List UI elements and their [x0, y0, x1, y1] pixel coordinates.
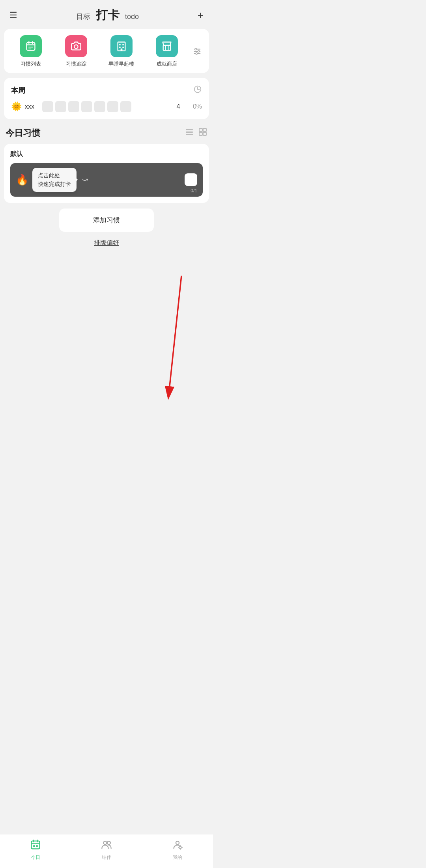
sliders-icon	[193, 47, 202, 56]
svg-rect-13	[163, 45, 170, 51]
achievement-icon-wrap	[156, 35, 178, 57]
menu-icon[interactable]: ☰	[9, 11, 17, 20]
svg-rect-10	[119, 47, 121, 48]
header-left: ☰	[9, 11, 17, 20]
add-habit-button[interactable]: 添加习惯	[59, 209, 154, 232]
tooltip-line1: 点击此处	[38, 171, 71, 180]
svg-rect-9	[122, 44, 124, 45]
grid-view-icon[interactable]	[198, 127, 207, 139]
habit-track-label: 习惯追踪	[66, 60, 86, 68]
svg-rect-25	[199, 128, 202, 132]
week-chart-icon[interactable]	[193, 85, 202, 96]
svg-line-30	[170, 276, 181, 386]
this-week-section: 本周 🌞 xxx 4 0%	[4, 78, 209, 119]
header-title-group: 目标 打卡 todo	[76, 7, 139, 23]
svg-rect-26	[203, 128, 206, 132]
habit-arrow-icon: ⤻	[82, 175, 88, 184]
day-dot-1	[42, 101, 53, 112]
quick-item-early-sleep[interactable]: 早睡早起楼	[99, 35, 144, 68]
nav-todo[interactable]: todo	[125, 13, 139, 21]
early-sleep-label: 早睡早起楼	[108, 60, 134, 68]
week-count: 4	[174, 103, 183, 110]
quick-access-bar: 习惯列表 习惯追踪 早睡早起楼	[4, 29, 209, 73]
habit-progress: 0/1	[191, 188, 197, 194]
svg-point-6	[74, 45, 78, 49]
habit-group-default: 默认 🔥 点击此处 快速完成打卡 ⤻ 0/1	[4, 144, 209, 203]
list-view-icon[interactable]	[185, 127, 194, 139]
nav-daka[interactable]: 打卡	[96, 7, 120, 23]
today-habits-section: 今日习惯 默认 🔥	[4, 124, 209, 247]
shop-icon	[161, 41, 172, 52]
habit-emoji: 🔥	[16, 174, 28, 186]
tooltip-line2: 快速完成打卡	[38, 180, 71, 188]
red-arrow-svg	[0, 252, 213, 410]
achievement-label: 成就商店	[157, 60, 177, 68]
day-dot-6	[107, 101, 118, 112]
week-name: xxx	[25, 103, 39, 110]
svg-rect-24	[186, 134, 193, 135]
quick-item-habit-track[interactable]: 习惯追踪	[53, 35, 99, 68]
svg-rect-28	[203, 132, 206, 135]
week-row: 🌞 xxx 4 0%	[11, 101, 202, 112]
svg-rect-12	[120, 49, 122, 51]
today-habits-title: 今日习惯	[6, 127, 40, 139]
week-emoji: 🌞	[11, 101, 22, 112]
svg-point-19	[195, 48, 197, 50]
day-dot-7	[120, 101, 131, 112]
camera-icon	[71, 41, 82, 52]
habit-list-icon-wrap	[20, 35, 42, 57]
add-button[interactable]: +	[198, 9, 204, 21]
layout-preference-link[interactable]: 排版偏好	[4, 239, 209, 247]
day-dot-3	[68, 101, 79, 112]
svg-rect-8	[119, 44, 121, 45]
svg-rect-27	[199, 132, 202, 135]
svg-rect-22	[186, 129, 193, 130]
habit-list-label: 习惯列表	[21, 60, 41, 68]
svg-rect-11	[122, 47, 124, 48]
habit-item[interactable]: 🔥 点击此处 快速完成打卡 ⤻ 0/1	[10, 163, 203, 197]
settings-icon[interactable]	[189, 43, 205, 59]
annotation-area	[0, 252, 213, 410]
quick-item-habit-list[interactable]: 习惯列表	[8, 35, 53, 68]
svg-rect-23	[186, 132, 193, 133]
building-icon	[116, 41, 127, 52]
quick-item-achievement[interactable]: 成就商店	[144, 35, 189, 68]
day-dot-5	[94, 101, 105, 112]
week-percent: 0%	[186, 103, 202, 110]
week-days	[42, 101, 170, 112]
svg-point-20	[198, 51, 200, 53]
nav-mubiao[interactable]: 目标	[76, 12, 90, 21]
this-week-header: 本周	[11, 85, 202, 96]
calendar-icon	[25, 41, 36, 52]
habit-tooltip: 点击此处 快速完成打卡	[32, 168, 77, 192]
habit-checkbox[interactable]	[185, 173, 197, 186]
svg-point-21	[196, 53, 198, 54]
this-week-title: 本周	[11, 86, 25, 95]
day-dot-2	[55, 101, 66, 112]
habit-track-icon-wrap	[65, 35, 87, 57]
early-sleep-icon-wrap	[110, 35, 133, 57]
day-dot-4	[81, 101, 92, 112]
group-name: 默认	[10, 150, 203, 158]
today-habits-header: 今日习惯	[4, 124, 209, 144]
habit-item-left: 🔥 点击此处 快速完成打卡 ⤻	[16, 168, 90, 192]
header: ☰ 目标 打卡 todo +	[0, 0, 213, 29]
today-habits-view-icons	[185, 127, 207, 139]
